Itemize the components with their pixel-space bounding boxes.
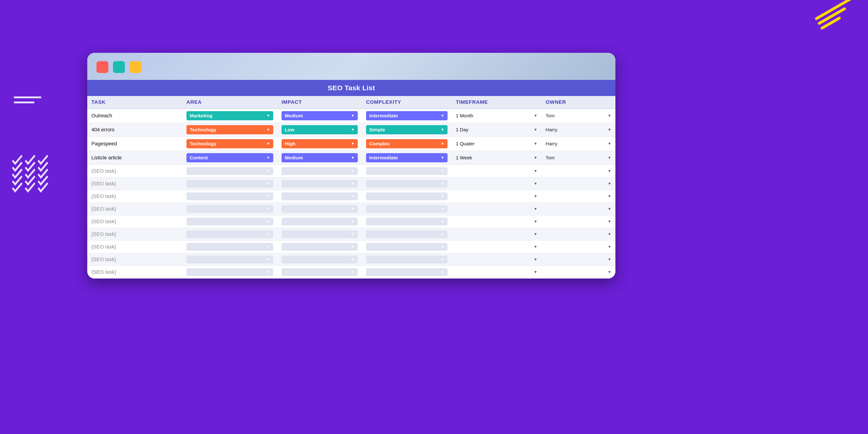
owner-dropdown-empty[interactable]: ▼ xyxy=(546,169,611,173)
area-dropdown-empty[interactable]: ▼ xyxy=(186,218,273,225)
timeframe-cell[interactable]: ▼ xyxy=(452,215,541,228)
area-cell[interactable]: Content ▼ xyxy=(182,151,277,165)
timeframe-dropdown[interactable]: 1 Month ▼ xyxy=(456,113,537,119)
complexity-cell[interactable]: ▼ xyxy=(362,253,452,266)
impact-dropdown-empty[interactable]: ▼ xyxy=(281,192,358,200)
owner-dropdown-empty[interactable]: ▼ xyxy=(546,207,611,211)
area-dropdown-empty[interactable]: ▼ xyxy=(186,167,273,175)
area-dropdown[interactable]: Technology ▼ xyxy=(186,139,273,148)
timeframe-dropdown-empty[interactable]: ▼ xyxy=(456,245,537,249)
area-cell[interactable]: ▼ xyxy=(182,253,277,266)
timeframe-dropdown-empty[interactable]: ▼ xyxy=(456,169,537,173)
complexity-cell[interactable]: ▼ xyxy=(362,178,452,190)
complexity-dropdown-empty[interactable]: ▼ xyxy=(366,167,447,175)
complexity-cell[interactable]: ▼ xyxy=(362,215,452,228)
owner-cell[interactable]: Tom ▼ xyxy=(541,108,615,123)
impact-dropdown-empty[interactable]: ▼ xyxy=(281,230,358,238)
impact-cell[interactable]: ▼ xyxy=(277,165,362,178)
complexity-dropdown-empty[interactable]: ▼ xyxy=(366,268,447,276)
task-cell[interactable]: {SEO task} xyxy=(87,190,182,203)
area-cell[interactable]: ▼ xyxy=(182,165,277,178)
owner-dropdown-empty[interactable]: ▼ xyxy=(546,270,611,274)
impact-dropdown-empty[interactable]: ▼ xyxy=(281,255,358,264)
owner-cell[interactable]: ▼ xyxy=(541,190,615,203)
complexity-dropdown-empty[interactable]: ▼ xyxy=(366,243,447,251)
complexity-dropdown[interactable]: Intermediate ▼ xyxy=(366,153,447,162)
area-dropdown[interactable]: Content ▼ xyxy=(186,153,273,162)
task-cell[interactable]: Pagespeed xyxy=(87,137,182,151)
timeframe-cell[interactable]: 1 Month ▼ xyxy=(452,108,541,123)
complexity-cell[interactable]: Intermediate ▼ xyxy=(362,151,452,165)
area-cell[interactable]: Marketing ▼ xyxy=(182,108,277,123)
task-cell[interactable]: {SEO task} xyxy=(87,178,182,190)
maximize-button[interactable] xyxy=(129,61,142,73)
timeframe-cell[interactable]: ▼ xyxy=(452,253,541,266)
owner-cell[interactable]: ▼ xyxy=(541,178,615,190)
impact-cell[interactable]: ▼ xyxy=(277,178,362,190)
area-cell[interactable]: ▼ xyxy=(182,203,277,215)
owner-cell[interactable]: Harry ▼ xyxy=(541,137,615,151)
area-cell[interactable]: ▼ xyxy=(182,228,277,241)
timeframe-dropdown[interactable]: 1 Week ▼ xyxy=(456,155,537,160)
impact-dropdown-empty[interactable]: ▼ xyxy=(281,180,358,188)
timeframe-cell[interactable]: 1 Quater ▼ xyxy=(452,137,541,151)
owner-dropdown-empty[interactable]: ▼ xyxy=(546,257,611,261)
owner-cell[interactable]: ▼ xyxy=(541,266,615,279)
owner-dropdown-empty[interactable]: ▼ xyxy=(546,182,611,186)
complexity-dropdown-empty[interactable]: ▼ xyxy=(366,205,447,213)
timeframe-cell[interactable]: ▼ xyxy=(452,228,541,241)
impact-dropdown-empty[interactable]: ▼ xyxy=(281,243,358,251)
owner-cell[interactable]: Tom ▼ xyxy=(541,151,615,165)
task-cell[interactable]: Listicle article xyxy=(87,151,182,165)
area-dropdown-empty[interactable]: ▼ xyxy=(186,243,273,251)
complexity-dropdown[interactable]: Intermediate ▼ xyxy=(366,111,447,120)
area-dropdown-empty[interactable]: ▼ xyxy=(186,192,273,200)
complexity-dropdown-empty[interactable]: ▼ xyxy=(366,255,447,264)
timeframe-dropdown-empty[interactable]: ▼ xyxy=(456,232,537,236)
area-dropdown-empty[interactable]: ▼ xyxy=(186,268,273,276)
owner-dropdown-empty[interactable]: ▼ xyxy=(546,194,611,198)
task-cell[interactable]: {SEO task} xyxy=(87,203,182,215)
impact-dropdown-empty[interactable]: ▼ xyxy=(281,218,358,225)
complexity-dropdown-empty[interactable]: ▼ xyxy=(366,230,447,238)
area-cell[interactable]: Technology ▼ xyxy=(182,137,277,151)
timeframe-dropdown-empty[interactable]: ▼ xyxy=(456,194,537,198)
impact-dropdown[interactable]: Medium ▼ xyxy=(281,111,358,120)
owner-dropdown[interactable]: Tom ▼ xyxy=(546,155,611,160)
area-dropdown[interactable]: Marketing ▼ xyxy=(186,111,273,120)
area-dropdown-empty[interactable]: ▼ xyxy=(186,230,273,238)
complexity-dropdown-empty[interactable]: ▼ xyxy=(366,180,447,188)
owner-dropdown-empty[interactable]: ▼ xyxy=(546,245,611,249)
complexity-cell[interactable]: ▼ xyxy=(362,228,452,241)
owner-cell[interactable]: Harry ▼ xyxy=(541,123,615,137)
area-dropdown-empty[interactable]: ▼ xyxy=(186,205,273,213)
timeframe-cell[interactable]: ▼ xyxy=(452,266,541,279)
timeframe-cell[interactable]: ▼ xyxy=(452,165,541,178)
task-cell[interactable]: {SEO task} xyxy=(87,241,182,253)
complexity-dropdown[interactable]: Complex ▼ xyxy=(366,139,447,148)
timeframe-cell[interactable]: 1 Day ▼ xyxy=(452,123,541,137)
task-cell[interactable]: {SEO task} xyxy=(87,266,182,279)
task-cell[interactable]: {SEO task} xyxy=(87,165,182,178)
timeframe-dropdown-empty[interactable]: ▼ xyxy=(456,219,537,224)
impact-cell[interactable]: Medium ▼ xyxy=(277,151,362,165)
impact-dropdown-empty[interactable]: ▼ xyxy=(281,167,358,175)
area-cell[interactable]: ▼ xyxy=(182,190,277,203)
impact-cell[interactable]: ▼ xyxy=(277,253,362,266)
owner-cell[interactable]: ▼ xyxy=(541,215,615,228)
timeframe-cell[interactable]: ▼ xyxy=(452,203,541,215)
complexity-cell[interactable]: ▼ xyxy=(362,165,452,178)
impact-dropdown[interactable]: Medium ▼ xyxy=(281,153,358,162)
complexity-cell[interactable]: Intermediate ▼ xyxy=(362,108,452,123)
impact-cell[interactable]: High ▼ xyxy=(277,137,362,151)
impact-dropdown[interactable]: High ▼ xyxy=(281,139,358,148)
complexity-cell[interactable]: ▼ xyxy=(362,203,452,215)
area-cell[interactable]: ▼ xyxy=(182,178,277,190)
task-cell[interactable]: {SEO task} xyxy=(87,215,182,228)
owner-dropdown-empty[interactable]: ▼ xyxy=(546,219,611,224)
area-dropdown-empty[interactable]: ▼ xyxy=(186,180,273,188)
impact-cell[interactable]: Low ▼ xyxy=(277,123,362,137)
impact-cell[interactable]: ▼ xyxy=(277,266,362,279)
owner-cell[interactable]: ▼ xyxy=(541,203,615,215)
minimize-button[interactable] xyxy=(113,61,125,73)
